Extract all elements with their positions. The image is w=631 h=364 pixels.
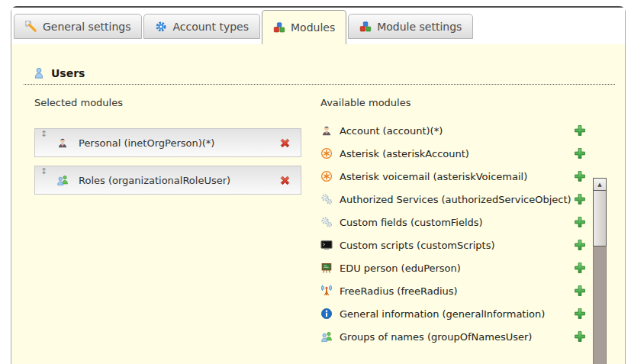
module-label: Asterisk (asteriskAccount) [340, 148, 469, 159]
section-divider [24, 84, 615, 85]
user-icon [33, 67, 45, 79]
person-icon [56, 137, 69, 149]
module-label: EDU person (eduPerson) [340, 263, 461, 274]
blackboard-icon [320, 262, 333, 274]
module-label: General information (generalInformation) [340, 308, 545, 320]
person-icon [320, 124, 333, 137]
add-plus-icon [574, 193, 586, 205]
gears-icon [320, 216, 333, 228]
add-module-button[interactable] [574, 193, 586, 205]
add-module-button[interactable] [574, 216, 586, 228]
add-module-button[interactable] [574, 285, 586, 297]
tab-general-settings[interactable]: General settings [14, 14, 142, 39]
group-icon [320, 330, 333, 343]
add-module-button[interactable] [574, 308, 586, 320]
module-label: Custom scripts (customScripts) [340, 240, 495, 251]
tab-label: General settings [43, 21, 130, 33]
module-label: Custom fields (customFields) [340, 217, 483, 228]
drag-handle-icon[interactable]: ↕ [40, 130, 47, 138]
asterisk-icon [320, 147, 333, 159]
add-module-button[interactable] [574, 124, 586, 137]
remove-module-button[interactable] [278, 137, 291, 150]
add-plus-icon [574, 308, 586, 320]
tab-account-types[interactable]: Account types [143, 14, 260, 39]
available-module-row: Groups of names (groupOfNamesUser) [320, 325, 586, 348]
selected-modules-list: ↕ Personal (inetOrgPerson)(*) ↕ Roles (o… [34, 128, 301, 195]
gears-icon [320, 193, 333, 205]
available-module-row: Asterisk voicemail (asteriskVoicemail) [320, 165, 586, 188]
module-label: Roles (organizationalRoleUser) [79, 175, 230, 186]
add-plus-icon [574, 124, 586, 137]
available-module-row: Custom scripts (customScripts) [320, 234, 586, 256]
module-label: Account (account)(*) [340, 125, 443, 137]
available-modules-list: Account (account)(*) Asterisk (asteriskA… [320, 119, 586, 348]
available-module-row: FreeRadius (freeRadius) [320, 279, 586, 302]
tab-label: Account types [172, 21, 249, 33]
vertical-scrollbar[interactable]: ▲ ▼ [593, 178, 607, 364]
selected-modules-column: Selected modules ↕ Personal (inetOrgPers… [34, 97, 301, 348]
tab-modules[interactable]: Modules [262, 10, 346, 44]
available-module-row: Custom fields (customFields) [320, 211, 586, 234]
add-module-button[interactable] [574, 239, 586, 251]
selected-module-row-roles[interactable]: ↕ Roles (organizationalRoleUser) [34, 166, 301, 195]
available-module-row: Authorized Services (authorizedServiceOb… [320, 188, 586, 211]
antenna-icon [320, 285, 333, 297]
modules-tab-panel: Users Selected modules ↕ Personal (inetO… [11, 44, 625, 364]
add-module-button[interactable] [574, 330, 586, 343]
add-plus-icon [574, 262, 586, 274]
add-module-button[interactable] [574, 147, 586, 159]
delete-x-icon [278, 174, 291, 187]
tab-module-settings[interactable]: Module settings [348, 14, 473, 39]
tab-label: Module settings [377, 21, 462, 33]
available-module-row: Asterisk (asteriskAccount) [320, 142, 586, 165]
available-module-row: Account (account)(*) [320, 119, 586, 142]
gear-icon [155, 21, 167, 33]
scrollbar-thumb[interactable] [593, 191, 607, 246]
add-module-button[interactable] [574, 262, 586, 274]
section-header: Users [33, 67, 613, 79]
add-module-button[interactable] [574, 170, 586, 182]
drag-handle-icon[interactable]: ↕ [40, 167, 47, 176]
group-icon [56, 174, 69, 186]
tab-bar: General settings Account types Modules M… [11, 8, 625, 44]
available-modules-column: Available modules Account (account)(*) A… [320, 97, 612, 348]
selected-module-row-personal[interactable]: ↕ Personal (inetOrgPerson)(*) [34, 128, 301, 157]
module-label: Personal (inetOrgPerson)(*) [79, 137, 214, 149]
delete-x-icon [278, 137, 291, 150]
scrollbar-track[interactable] [593, 246, 607, 364]
modules-cubes-icon [273, 21, 285, 34]
add-plus-icon [574, 330, 586, 343]
available-module-row: General information (generalInformation) [320, 302, 586, 325]
modules-cubes-icon [359, 21, 372, 33]
scroll-up-button[interactable]: ▲ [593, 178, 607, 191]
add-plus-icon [574, 216, 586, 228]
add-plus-icon [574, 239, 586, 251]
scroll-up-icon: ▲ [597, 182, 601, 188]
add-plus-icon [574, 285, 586, 297]
add-plus-icon [574, 147, 586, 159]
remove-module-button[interactable] [278, 174, 291, 187]
section-title: Users [51, 67, 85, 79]
module-label: Authorized Services (authorizedServiceOb… [340, 194, 571, 205]
module-label: Asterisk voicemail (asteriskVoicemail) [340, 171, 527, 182]
module-label: Groups of names (groupOfNamesUser) [340, 331, 532, 343]
module-label: FreeRadius (freeRadius) [340, 285, 458, 297]
wrench-icon [25, 21, 37, 33]
tab-label: Modules [291, 21, 335, 34]
terminal-icon [320, 239, 333, 251]
info-icon [320, 308, 333, 320]
available-module-row: EDU person (eduPerson) [320, 256, 586, 279]
asterisk-icon [320, 170, 333, 182]
add-plus-icon [574, 170, 586, 182]
available-modules-heading: Available modules [320, 97, 612, 108]
config-window: General settings Account types Modules M… [11, 6, 626, 364]
selected-modules-heading: Selected modules [34, 97, 301, 108]
